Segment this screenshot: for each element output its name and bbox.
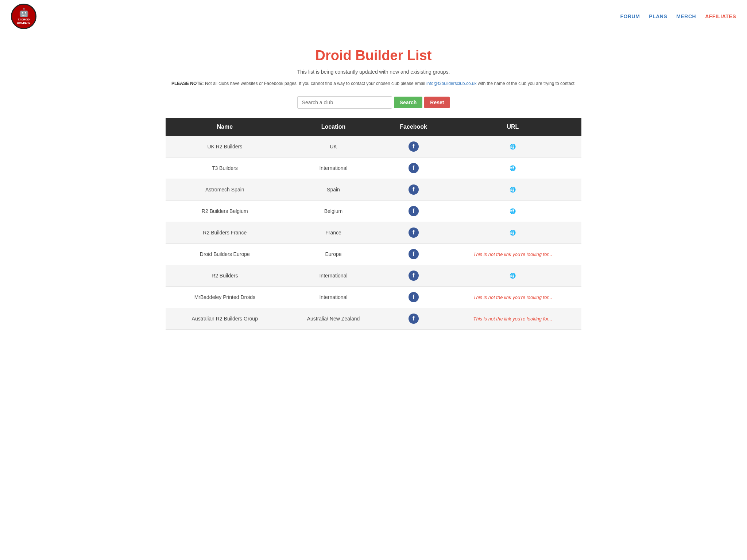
cell-location: Spain <box>284 179 383 201</box>
cell-name: R2 Builders Belgium <box>166 201 284 222</box>
cell-url[interactable]: This is not the link you're looking for.… <box>444 244 581 265</box>
search-input[interactable] <box>297 96 392 109</box>
cell-url[interactable]: 🌐 <box>444 136 581 158</box>
cell-url[interactable]: This is not the link you're looking for.… <box>444 308 581 330</box>
table-body: UK R2 BuildersUKf🌐T3 BuildersInternation… <box>166 136 581 330</box>
cell-url[interactable]: This is not the link you're looking for.… <box>444 287 581 308</box>
globe-icon[interactable]: 🌐 <box>508 271 518 281</box>
facebook-icon[interactable]: f <box>409 141 419 152</box>
globe-icon[interactable]: 🌐 <box>508 184 518 195</box>
cell-location: Belgium <box>284 201 383 222</box>
facebook-icon[interactable]: f <box>409 206 419 216</box>
facebook-icon[interactable]: f <box>409 249 419 259</box>
nav-plans[interactable]: PLANS <box>649 13 667 19</box>
table-row: T3 BuildersInternationalf🌐 <box>166 158 581 179</box>
cell-name: Astromech Spain <box>166 179 284 201</box>
facebook-icon[interactable]: f <box>409 292 419 302</box>
table-header: Name Location Facebook URL <box>166 118 581 136</box>
col-facebook: Facebook <box>383 118 444 136</box>
globe-icon[interactable]: 🌐 <box>508 163 518 173</box>
notice-suffix: with the name of the club you are trying… <box>477 81 576 86</box>
cell-name: MrBaddeley Printed Droids <box>166 287 284 308</box>
col-location: Location <box>284 118 383 136</box>
cell-facebook[interactable]: f <box>383 265 444 287</box>
search-button[interactable]: Search <box>394 97 423 108</box>
cell-name: Australian R2 Builders Group <box>166 308 284 330</box>
cell-url[interactable]: 🌐 <box>444 201 581 222</box>
facebook-icon[interactable]: f <box>409 271 419 281</box>
facebook-icon[interactable]: f <box>409 314 419 324</box>
cell-facebook[interactable]: f <box>383 179 444 201</box>
table-row: R2 Builders BelgiumBelgiumf🌐 <box>166 201 581 222</box>
reset-button[interactable]: Reset <box>424 97 450 108</box>
cell-name: R2 Builders France <box>166 222 284 244</box>
page-title: Droid Builder List <box>166 48 581 63</box>
table-row: R2 Builders FranceFrancef🌐 <box>166 222 581 244</box>
globe-icon[interactable]: 🌐 <box>508 228 518 238</box>
cell-url[interactable]: 🌐 <box>444 158 581 179</box>
cell-facebook[interactable]: f <box>383 136 444 158</box>
logo-droid-icon: 🤖 <box>17 8 30 18</box>
notice-text: PLEASE NOTE: Not all clubs have websites… <box>166 80 581 87</box>
table-row: Australian R2 Builders GroupAustralia/ N… <box>166 308 581 330</box>
cell-name: T3 Builders <box>166 158 284 179</box>
col-name: Name <box>166 118 284 136</box>
notice-email-link[interactable]: info@t3buildersclub.co.uk <box>426 81 477 86</box>
top-navigation: 🤖 T3 DROIDBUILDERS FORUM PLANS MERCH AFF… <box>0 0 747 33</box>
cell-facebook[interactable]: f <box>383 158 444 179</box>
nav-forum[interactable]: FORUM <box>620 13 640 19</box>
cell-name: Droid Builders Europe <box>166 244 284 265</box>
col-url: URL <box>444 118 581 136</box>
facebook-icon[interactable]: f <box>409 163 419 173</box>
globe-icon[interactable]: 🌐 <box>508 206 518 216</box>
not-link-text: This is not the link you're looking for.… <box>473 295 553 300</box>
clubs-table: Name Location Facebook URL UK R2 Builder… <box>166 118 581 330</box>
nav-affiliates[interactable]: AFFILIATES <box>705 13 736 19</box>
table-row: MrBaddeley Printed DroidsInternationalfT… <box>166 287 581 308</box>
nav-merch[interactable]: MERCH <box>676 13 696 19</box>
cell-url[interactable]: 🌐 <box>444 265 581 287</box>
table-header-row: Name Location Facebook URL <box>166 118 581 136</box>
site-logo: 🤖 T3 DROIDBUILDERS <box>11 4 36 29</box>
not-link-text: This is not the link you're looking for.… <box>473 252 553 257</box>
globe-icon[interactable]: 🌐 <box>508 141 518 152</box>
nav-links: FORUM PLANS MERCH AFFILIATES <box>620 13 736 19</box>
cell-location: Australia/ New Zealand <box>284 308 383 330</box>
cell-facebook[interactable]: f <box>383 308 444 330</box>
notice-bold: PLEASE NOTE: <box>171 81 204 86</box>
facebook-icon[interactable]: f <box>409 228 419 238</box>
cell-location: Europe <box>284 244 383 265</box>
not-link-text: This is not the link you're looking for.… <box>473 316 553 322</box>
cell-facebook[interactable]: f <box>383 244 444 265</box>
logo-area: 🤖 T3 DROIDBUILDERS <box>11 4 36 29</box>
table-row: R2 BuildersInternationalf🌐 <box>166 265 581 287</box>
table-row: UK R2 BuildersUKf🌐 <box>166 136 581 158</box>
cell-url[interactable]: 🌐 <box>444 179 581 201</box>
cell-facebook[interactable]: f <box>383 222 444 244</box>
main-content: Droid Builder List This list is being co… <box>155 33 592 337</box>
cell-location: International <box>284 265 383 287</box>
notice-body: Not all clubs have websites or Facebook … <box>204 81 426 86</box>
search-area: Search Reset <box>166 96 581 109</box>
subtitle-text: This list is being constantly updated wi… <box>166 69 581 75</box>
cell-name: UK R2 Builders <box>166 136 284 158</box>
cell-location: International <box>284 158 383 179</box>
cell-url[interactable]: 🌐 <box>444 222 581 244</box>
cell-facebook[interactable]: f <box>383 287 444 308</box>
cell-location: France <box>284 222 383 244</box>
table-row: Droid Builders EuropeEuropefThis is not … <box>166 244 581 265</box>
facebook-icon[interactable]: f <box>409 184 419 195</box>
cell-facebook[interactable]: f <box>383 201 444 222</box>
table-row: Astromech SpainSpainf🌐 <box>166 179 581 201</box>
cell-name: R2 Builders <box>166 265 284 287</box>
cell-location: International <box>284 287 383 308</box>
cell-location: UK <box>284 136 383 158</box>
